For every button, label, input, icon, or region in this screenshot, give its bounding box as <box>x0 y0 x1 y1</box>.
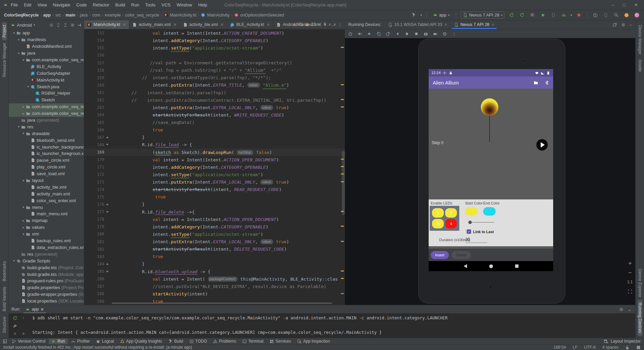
tree-item[interactable]: ▾xml <box>9 231 84 237</box>
gear-icon[interactable] <box>619 307 623 312</box>
encoding[interactable]: UTF-8 <box>584 345 596 350</box>
tree-item[interactable]: <>play_circle.xml <box>9 164 84 170</box>
more-options-icon[interactable]: ⋮ <box>452 31 456 36</box>
tool-button-running-devices[interactable]: Running Devices <box>638 300 642 336</box>
editor-tab[interactable]: <>activity_ble.xml✕ <box>180 20 227 29</box>
led-button-2[interactable]: 2 <box>445 208 457 218</box>
expand-chevrons-icon[interactable]: » <box>11 330 19 337</box>
tree-item[interactable]: ▾menu <box>9 204 84 211</box>
menu-code[interactable]: Code <box>73 2 90 7</box>
menu-tools[interactable]: Tools <box>142 2 158 7</box>
tree-item[interactable]: build.gradle.kts(Project: ColorSe <box>9 264 84 271</box>
tool-button-project[interactable]: Project <box>2 22 7 40</box>
breadcrumb-item[interactable]: java <box>80 13 88 18</box>
tree-item[interactable]: <>save_load.xml <box>9 170 84 177</box>
search-everywhere-button[interactable] <box>612 11 620 19</box>
breadcrumb-item[interactable]: example <box>105 13 121 18</box>
close-icon[interactable]: ✕ <box>40 307 44 312</box>
tool-window-button-app-inspection[interactable]: App Inspection <box>294 339 332 344</box>
gear-icon[interactable] <box>70 23 75 27</box>
device-screen[interactable]: 12:24 Alien Allium <box>429 69 553 271</box>
tree-item[interactable]: <>activity_ble.xml <box>9 184 84 190</box>
tree-item[interactable]: java(generated) <box>9 117 84 124</box>
volume-down-icon[interactable] <box>367 32 371 36</box>
close-tab-icon[interactable]: ✕ <box>492 23 495 27</box>
tool-window-button-problems[interactable]: Problems <box>210 339 239 344</box>
color-slider[interactable] <box>468 221 494 224</box>
zoom-out-button[interactable] <box>627 269 633 276</box>
tree-item[interactable]: gradle.properties(Project Proper <box>9 284 84 291</box>
close-tab-icon[interactable]: ✕ <box>220 23 223 27</box>
breadcrumb-item[interactable]: app <box>43 13 51 18</box>
editor-tab[interactable]: <>activity_main.xml✕ <box>129 20 180 29</box>
inspection-widget[interactable]: 21 10 ✓6 ∧ ∨ <box>293 22 336 27</box>
minimize-panel-icon[interactable]: – <box>630 22 632 27</box>
stop-button[interactable] <box>575 11 582 19</box>
maximize-button[interactable]: □ <box>623 2 625 7</box>
tool-window-button-logcat[interactable]: Logcat <box>93 339 117 344</box>
tool-windows-grid-icon[interactable] <box>3 339 7 344</box>
tree-item[interactable]: build.gradle.kts(Module :app) <box>9 271 84 278</box>
screen-record-icon[interactable] <box>433 32 437 36</box>
start-color-button[interactable] <box>465 207 478 216</box>
nav-overview-button[interactable] <box>515 264 518 268</box>
tree-item[interactable]: ▸com.example.color_seq_recy <box>9 110 84 117</box>
tree-item[interactable]: ▸com.example.color_seq_recy <box>9 103 84 110</box>
tool-window-button-terminal[interactable]: Terminal <box>240 339 266 344</box>
tool-window-button-todo[interactable]: TODO <box>187 339 210 344</box>
run-tab-app[interactable]: app ✕ <box>24 305 46 313</box>
tree-item[interactable]: <>main_menu.xml <box>9 211 84 217</box>
tree-item[interactable]: ▾manifests <box>9 36 84 43</box>
line-ending[interactable]: LF <box>573 345 577 350</box>
tool-window-button-app-quality-insights[interactable]: App Quality Insights <box>117 339 165 344</box>
run-options-icon[interactable] <box>529 11 536 19</box>
tree-item[interactable]: ▾drawable <box>9 130 84 137</box>
tree-item[interactable]: ▾CSketch.java <box>9 83 84 90</box>
tool-window-button-build[interactable]: Build <box>166 339 186 344</box>
menu-build[interactable]: Build <box>112 2 128 7</box>
device-tab[interactable]: Nexus 7 API 28✕ <box>451 20 498 29</box>
device-manager-button[interactable] <box>592 11 599 19</box>
snapshots-icon[interactable] <box>442 32 447 36</box>
close-tab-icon[interactable]: ✕ <box>267 23 270 27</box>
minimize-button[interactable]: – <box>612 2 614 7</box>
profile-avatar[interactable] <box>633 11 641 19</box>
tree-item[interactable]: <>ic_launcher_foregroun.xm <box>9 150 84 157</box>
tree-item[interactable]: ▾app <box>9 30 84 36</box>
prev-issue-icon[interactable]: ∧ <box>328 22 331 27</box>
led-button-4[interactable]: 4 <box>445 219 457 228</box>
settings-wrench-icon[interactable] <box>11 322 19 329</box>
tree-item[interactable]: ▾res <box>9 123 84 130</box>
menu-navigate[interactable]: Navigate <box>50 2 73 7</box>
gear-icon[interactable] <box>621 23 625 27</box>
editor-tab[interactable]: CBLE_Activity.kt✕ <box>227 20 274 29</box>
tree-item[interactable]: ▸mipmap <box>9 217 84 224</box>
device-select[interactable]: Nexus 7 API 28 ▾ <box>461 11 505 19</box>
screenshot-icon[interactable] <box>424 32 428 36</box>
notifications-icon[interactable] <box>636 345 641 350</box>
caret-position[interactable]: 169:54 <box>553 345 566 350</box>
tool-window-button-run[interactable]: Run <box>49 339 68 344</box>
tool-button-gradle[interactable]: Gradle <box>638 57 642 74</box>
zoom-in-button[interactable] <box>627 260 633 266</box>
breadcrumb-item[interactable]: MainActivity.kt <box>164 13 196 18</box>
close-tab-icon[interactable]: ✕ <box>444 23 447 27</box>
end-color-button[interactable] <box>483 207 496 216</box>
scroll-up-icon[interactable]: ↑ <box>19 315 28 321</box>
menu-file[interactable]: File <box>8 2 21 7</box>
delete-button[interactable]: Delete <box>452 251 471 259</box>
rotate-left-icon[interactable] <box>377 32 381 36</box>
tree-item[interactable]: <>color_seq_enter.xml <box>9 197 84 204</box>
breadcrumb-item[interactable]: src <box>55 13 61 18</box>
tool-button-resource-manager[interactable]: Resource Manager <box>2 40 7 80</box>
breadcrumb-item[interactable]: CMainActivity <box>201 13 229 18</box>
tool-button-bookmarks[interactable]: Bookmarks <box>2 258 7 284</box>
tree-item[interactable]: <>activity_main.xml <box>9 190 84 197</box>
tree-item[interactable]: MainActivity.kt <box>9 76 84 83</box>
menu-help[interactable]: Help <box>195 2 210 7</box>
breadcrumb-item[interactable]: color_seq_recycle <box>125 13 159 18</box>
tree-item[interactable]: local.properties(SDK Location) <box>9 298 84 305</box>
tree-item[interactable]: res(generated) <box>9 251 84 257</box>
expand-chevrons-icon2[interactable]: » <box>19 330 28 337</box>
code-editor[interactable]: 153 val intent = Intent(Intent.ACTION_CR… <box>84 29 345 305</box>
